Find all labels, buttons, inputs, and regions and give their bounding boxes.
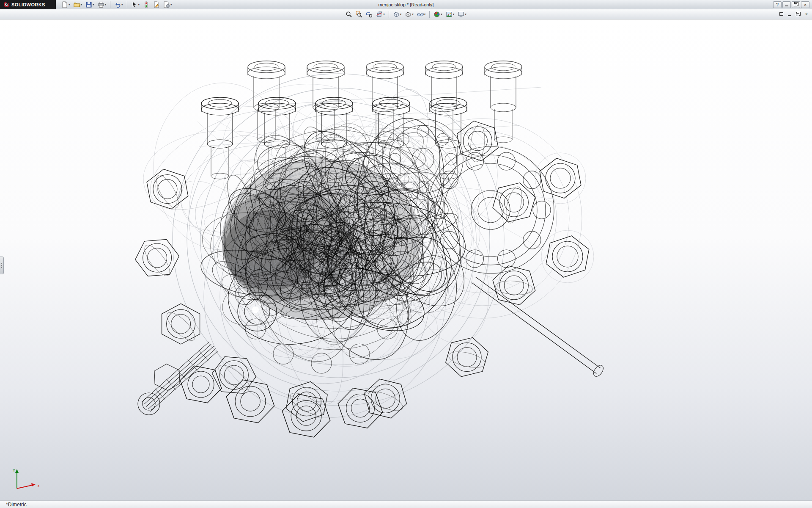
close-button[interactable]: × <box>801 1 809 8</box>
magnifier-icon <box>346 11 352 18</box>
triad-x-arrow-icon <box>31 483 36 486</box>
wireframe-model[interactable] <box>0 19 812 500</box>
open-button[interactable]: ▾ <box>72 0 84 9</box>
dropdown-caret-icon[interactable]: ▾ <box>138 3 140 6</box>
section-view-button[interactable]: ▾ <box>375 10 386 19</box>
view-orientation-button[interactable]: ▾ <box>392 10 403 19</box>
dropdown-caret-icon[interactable]: ▾ <box>170 3 172 6</box>
previous-view-button[interactable] <box>365 10 374 19</box>
close-document-button[interactable]: × <box>803 11 810 17</box>
featuremanager-flyout-tab[interactable] <box>0 257 4 274</box>
zoom-to-fit-button[interactable] <box>344 10 354 19</box>
triad-y-arrow-icon <box>15 469 19 473</box>
traffic-light-icon <box>143 1 150 8</box>
toolbar-separator <box>429 11 430 18</box>
glasses-icon <box>417 11 424 18</box>
document-window-controls: × <box>777 11 810 17</box>
new-document-button[interactable]: ▾ <box>60 0 71 9</box>
dropdown-caret-icon[interactable]: ▾ <box>69 3 70 6</box>
cube-icon <box>393 11 400 18</box>
printer-icon <box>98 1 104 8</box>
magnifier-arrow-icon <box>366 11 373 18</box>
expand-icon <box>779 12 783 16</box>
select-button[interactable]: ▾ <box>130 0 141 9</box>
restore-icon <box>796 13 799 16</box>
toolbar-separator <box>389 11 389 18</box>
view-orientation-label: *Dimetric <box>6 502 27 508</box>
save-button[interactable]: ▾ <box>84 0 96 9</box>
options-button[interactable]: ▾ <box>162 0 173 9</box>
undo-button[interactable]: ▾ <box>113 0 124 9</box>
dropdown-caret-icon[interactable]: ▾ <box>93 3 94 6</box>
help-button[interactable]: ? <box>773 1 782 8</box>
cursor-icon <box>131 1 138 8</box>
zoom-to-area-button[interactable] <box>354 10 364 19</box>
edit-appearance-button[interactable]: ▾ <box>432 10 444 19</box>
minimize-button[interactable] <box>782 1 791 8</box>
wireframe-cube-icon <box>405 11 411 18</box>
window-controls: ? × <box>773 1 812 8</box>
display-style-button[interactable]: ▾ <box>403 10 415 19</box>
view-settings-button[interactable]: ▾ <box>456 10 468 19</box>
dropdown-caret-icon[interactable]: ▾ <box>465 13 466 16</box>
restore-icon <box>794 3 797 6</box>
minimize-icon <box>788 15 791 16</box>
main-toolbar: ▾ ▾ ▾ ▾ ▾ <box>60 0 173 9</box>
rebuild-button[interactable] <box>142 0 151 9</box>
scene-icon <box>446 11 453 18</box>
dropdown-caret-icon[interactable]: ▾ <box>412 13 414 16</box>
dropdown-caret-icon[interactable]: ▾ <box>441 13 442 16</box>
page-icon <box>61 1 68 8</box>
heads-up-view-toolbar: ▾ ▾ ▾ ▾ <box>0 9 812 19</box>
minimize-document-button[interactable] <box>786 11 793 17</box>
dropdown-caret-icon[interactable]: ▾ <box>81 3 82 6</box>
folder-icon <box>74 1 80 8</box>
page-gear-icon <box>163 1 170 8</box>
hide-show-items-button[interactable]: ▾ <box>416 10 427 19</box>
dropdown-caret-icon[interactable]: ▾ <box>400 13 402 16</box>
title-bar: SOLIDWORKS ▾ ▾ ▾ ▾ <box>0 0 812 9</box>
app-logo: SOLIDWORKS <box>0 0 56 9</box>
apply-scene-button[interactable]: ▾ <box>444 10 456 19</box>
restore-document-button[interactable] <box>794 11 802 17</box>
triad-x-label: X <box>37 484 40 488</box>
solidworks-logo-icon <box>3 1 10 8</box>
triad-y-label: Y <box>13 468 15 472</box>
undo-arrow-icon <box>114 1 121 8</box>
print-button[interactable]: ▾ <box>96 0 108 9</box>
magnifier-area-icon <box>356 11 362 18</box>
file-properties-button[interactable] <box>152 0 161 9</box>
restore-button[interactable] <box>792 1 800 8</box>
minimize-icon <box>785 6 788 6</box>
color-ball-icon <box>433 11 440 18</box>
floppy-icon <box>85 1 92 8</box>
toolbar-separator <box>127 1 127 8</box>
dropdown-caret-icon[interactable]: ▾ <box>105 3 107 6</box>
dropdown-caret-icon[interactable]: ▾ <box>383 13 385 16</box>
section-cube-icon <box>376 11 383 18</box>
fullscreen-button[interactable] <box>777 11 785 17</box>
dropdown-caret-icon[interactable]: ▾ <box>121 3 123 6</box>
monitor-icon <box>458 11 464 18</box>
dropdown-caret-icon[interactable]: ▾ <box>453 13 455 16</box>
status-bar: *Dimetric <box>0 500 812 508</box>
page-pencil-icon <box>153 1 160 8</box>
toolbar-separator <box>110 1 110 8</box>
dropdown-caret-icon[interactable]: ▾ <box>424 13 426 16</box>
app-logo-text: SOLIDWORKS <box>11 2 45 7</box>
orientation-triad[interactable]: Y X <box>11 467 45 494</box>
graphics-area[interactable]: Y X <box>0 19 812 500</box>
